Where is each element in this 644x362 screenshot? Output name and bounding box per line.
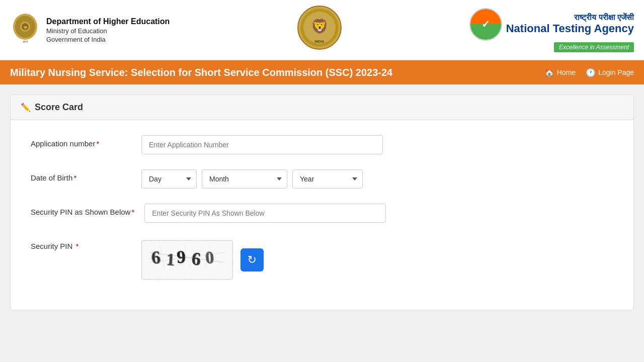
captcha-refresh-button[interactable]: ↺ <box>240 248 264 272</box>
nta-english-text: National Testing Agency <box>506 22 634 35</box>
dob-required-star: * <box>73 173 76 182</box>
captcha-area: 6 1 9 6 0 ↺ <box>141 240 264 280</box>
svg-text:🦁: 🦁 <box>23 25 29 31</box>
svg-text:🦁: 🦁 <box>311 18 329 35</box>
center-emblem: 🦁 INDIA <box>297 5 342 55</box>
banner-nav: 🏠 Home 🕐 Login Page <box>544 68 634 77</box>
home-link[interactable]: 🏠 Home <box>544 68 576 77</box>
score-card-body: Application number* Date of Birth* Day 0… <box>11 120 633 310</box>
nta-tagline-text: Excellence in Assessment <box>554 42 634 52</box>
page-header: 🦁 भारत Department of Higher Education Mi… <box>0 0 644 60</box>
month-select[interactable]: Month JanuaryFebruaryMarchApril MayJuneJ… <box>202 169 287 189</box>
year-select[interactable]: Year 1980198119821983 1984198519861987 1… <box>292 169 363 189</box>
score-card-title: Score Card <box>35 102 83 113</box>
security-pin-input-wrapper <box>144 204 386 223</box>
govt-text: Government of India <box>46 36 170 43</box>
center-seal-icon: 🦁 INDIA <box>297 5 342 53</box>
home-label: Home <box>557 68 576 76</box>
dob-row: Date of Birth* Day 0102030405 0607080910… <box>31 169 613 189</box>
govt-logo-block: 🦁 भारत Department of Higher Education Mi… <box>10 13 170 48</box>
svg-text:भारत: भारत <box>23 40 28 43</box>
ministry-text: Ministry of Education <box>46 27 170 35</box>
captcha-image: 6 1 9 6 0 <box>141 240 233 280</box>
captcha-required-star: * <box>76 242 79 250</box>
captcha-svg: 6 1 9 6 0 <box>149 245 225 270</box>
app-number-input[interactable] <box>141 135 383 154</box>
security-pin-input-row: Security PIN as Shown Below* <box>31 204 613 223</box>
page-banner: Military Nursing Service: Selection for … <box>0 60 644 84</box>
svg-text:9: 9 <box>176 247 189 267</box>
ashoka-emblem-icon: 🦁 भारत <box>10 13 40 48</box>
login-icon: 🕐 <box>586 68 596 77</box>
score-card-panel: ✏️ Score Card Application number* Date o… <box>10 95 634 310</box>
captcha-label: Security PIN * <box>31 238 131 250</box>
banner-title-text: Military Nursing Service: Selection for … <box>10 67 392 78</box>
svg-text:0: 0 <box>205 247 218 267</box>
refresh-icon: ↺ <box>248 253 257 266</box>
dob-selects-wrapper: Day 0102030405 0607080910 1112131415 161… <box>141 169 363 189</box>
dept-name-text: Department of Higher Education <box>46 17 170 26</box>
login-link[interactable]: 🕐 Login Page <box>586 68 634 77</box>
app-number-input-wrapper <box>141 135 383 154</box>
svg-text:6: 6 <box>150 247 164 268</box>
main-content: ✏️ Score Card Application number* Date o… <box>0 84 644 320</box>
svg-text:INDIA: INDIA <box>315 40 325 43</box>
security-pin-required-star: * <box>131 208 134 216</box>
login-label: Login Page <box>598 68 634 76</box>
score-card-header: ✏️ Score Card <box>11 95 633 120</box>
svg-text:6: 6 <box>191 248 204 269</box>
day-select[interactable]: Day 0102030405 0607080910 1112131415 161… <box>141 169 197 189</box>
app-number-row: Application number* <box>31 135 613 154</box>
nta-hindi-text: राष्ट्रीय परीक्षा एजेंसी <box>506 13 634 22</box>
app-number-label: Application number* <box>31 135 131 148</box>
nta-circle-logo: ✓ <box>469 8 502 41</box>
dob-label: Date of Birth* <box>31 169 131 182</box>
security-pin-input-label: Security PIN as Shown Below* <box>31 204 134 216</box>
captcha-row: Security PIN * <box>31 238 613 280</box>
required-star: * <box>96 139 99 148</box>
home-icon: 🏠 <box>544 68 554 77</box>
nta-logo-block: ✓ राष्ट्रीय परीक्षा एजेंसी National Test… <box>469 8 634 52</box>
security-pin-input[interactable] <box>144 204 386 223</box>
edit-icon: ✏️ <box>21 103 31 112</box>
dept-info: Department of Higher Education Ministry … <box>46 17 170 43</box>
